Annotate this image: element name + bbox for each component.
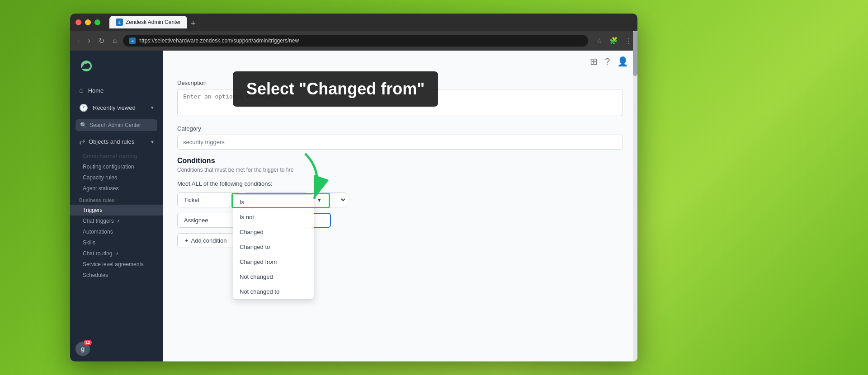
changed-from-label: Changed from (240, 258, 277, 265)
category-input[interactable] (177, 135, 623, 150)
address-bar-icons: ☆ 🧩 ⋮ (596, 37, 632, 45)
grid-icon[interactable]: ⊞ (590, 56, 598, 67)
dropdown-item-not-changed-to[interactable]: Not changed to (233, 284, 314, 299)
sidebar-item-skills[interactable]: Skills (70, 237, 163, 248)
top-bar: ⊞ ? 👤 (590, 56, 628, 67)
main-scrollbar[interactable] (633, 51, 637, 361)
operator-dropdown[interactable]: Is Is not Changed Changed to Changed fro… (233, 194, 314, 300)
condition-1-object-select[interactable]: Ticket (177, 192, 241, 207)
help-icon[interactable]: ? (605, 56, 610, 67)
schedules-label: Schedules (83, 272, 108, 278)
business-rules-label: Business rules (79, 197, 114, 203)
avatar-letter: g (81, 345, 85, 352)
chat-triggers-label: Chat triggers (83, 218, 114, 224)
category-label: Category (177, 125, 623, 132)
clock-icon: 🕐 (79, 103, 88, 112)
tab-title: Zendesk Admin Center (126, 19, 181, 25)
conditions-subtitle: Conditions that must be met for the trig… (177, 167, 623, 173)
notification-badge: 12 (84, 340, 92, 345)
sidebar-item-schedules[interactable]: Schedules (70, 270, 163, 281)
not-changed-to-label: Not changed to (240, 288, 279, 295)
business-rules-header: Business rules (70, 194, 163, 205)
maximize-button[interactable] (94, 19, 100, 25)
routing-config-label: Routing configuration (83, 164, 134, 170)
dropdown-item-is[interactable]: Is (233, 195, 314, 210)
chevron-recently-viewed-icon: ▾ (151, 105, 154, 111)
browser-window: Z Zendesk Admin Center + ‹ › ↻ ⌂ Z https… (70, 14, 637, 361)
sidebar-item-triggers[interactable]: Triggers (70, 205, 163, 216)
search-placeholder: Search Admin Center (90, 122, 141, 128)
minimize-button[interactable] (85, 19, 91, 25)
sidebar-item-chat-routing[interactable]: Chat routing ↗ (70, 248, 163, 259)
dropdown-item-changed-to[interactable]: Changed to (233, 239, 314, 254)
sidebar-logo (70, 51, 163, 82)
active-tab[interactable]: Z Zendesk Admin Center (109, 16, 187, 28)
conditions-title: Conditions (177, 157, 623, 165)
forward-button[interactable]: › (86, 35, 92, 47)
home-button[interactable]: ⌂ (111, 35, 119, 47)
dropdown-item-changed[interactable]: Changed (233, 225, 314, 239)
annotation-text: Select "Changed from" (246, 80, 425, 98)
sidebar-item-automations[interactable]: Automations (70, 226, 163, 237)
sidebar-item-agent-statuses[interactable]: Agent statuses (70, 183, 163, 194)
triggers-label: Triggers (83, 207, 103, 213)
chat-routing-label: Chat routing (83, 250, 112, 257)
capacity-rules-label: Capacity rules (83, 174, 117, 181)
dropdown-item-is-not[interactable]: Is not (233, 210, 314, 225)
sidebar-search-box[interactable]: 🔍 Search Admin Center (75, 119, 157, 131)
sidebar: ⌂ Home 🕐 Recently viewed ▾ 🔍 Search Admi… (70, 51, 163, 361)
avatar[interactable]: g 12 (75, 342, 90, 356)
user-icon[interactable]: 👤 (617, 56, 628, 67)
external-link-icon: ↗ (116, 219, 120, 224)
sidebar-item-objects-rules[interactable]: ⇄ Objects and rules ▾ (70, 134, 163, 150)
chevron-objects-rules-icon: ▾ (151, 139, 154, 145)
changed-label: Changed (240, 229, 264, 235)
chat-routing-external-icon: ↗ (115, 251, 118, 256)
address-bar: ‹ › ↻ ⌂ Z https://selectivehardware.zend… (70, 31, 637, 51)
back-button[interactable]: ‹ (75, 35, 81, 47)
sidebar-item-home[interactable]: ⌂ Home (70, 82, 163, 99)
objects-rules-label: Objects and rules (89, 138, 134, 145)
close-button[interactable] (75, 19, 81, 25)
condition-2-object-select[interactable]: Assignee (177, 213, 241, 228)
meet-all-label: Meet ALL of the following conditions: (177, 180, 623, 187)
sidebar-item-chat-triggers[interactable]: Chat triggers ↗ (70, 216, 163, 226)
category-section: Category (177, 125, 623, 157)
sidebar-bottom: g 12 (70, 336, 163, 361)
conditions-section: Conditions Conditions that must be met f… (177, 157, 623, 173)
scrollbar-thumb[interactable] (633, 51, 637, 76)
is-label: Is (240, 199, 244, 206)
recently-viewed-label: Recently viewed (93, 104, 136, 111)
url-favicon: Z (129, 38, 136, 44)
automations-label: Automations (83, 229, 113, 235)
sidebar-item-routing-config[interactable]: Routing configuration (70, 161, 163, 172)
sidebar-item-recently-viewed[interactable]: 🕐 Recently viewed ▾ (70, 99, 163, 117)
add-condition-label: Add condition (191, 237, 227, 244)
new-tab-button[interactable]: + (191, 19, 196, 28)
bookmark-icon[interactable]: ☆ (596, 37, 602, 45)
menu-icon[interactable]: ⋮ (625, 37, 632, 45)
extensions-icon[interactable]: 🧩 (609, 37, 618, 45)
sidebar-item-capacity-rules[interactable]: Capacity rules (70, 172, 163, 183)
omnichannel-routing-label: Omnichannel routing (83, 153, 137, 159)
objects-rules-icon: ⇄ (79, 137, 85, 146)
condition-1-value-select[interactable]: ▾ (311, 192, 347, 207)
home-icon: ⌂ (79, 86, 84, 94)
dropdown-item-not-changed[interactable]: Not changed (233, 269, 314, 284)
annotation-tooltip: Select "Changed from" (233, 71, 438, 107)
sidebar-item-sla[interactable]: Service level agreements (70, 259, 163, 270)
add-condition-button[interactable]: + Add condition (177, 233, 234, 248)
not-changed-label: Not changed (240, 273, 273, 280)
changed-to-label: Changed to (240, 244, 270, 250)
browser-titlebar: Z Zendesk Admin Center + (70, 14, 637, 31)
tab-bar: Z Zendesk Admin Center + (109, 16, 196, 28)
url-bar[interactable]: Z https://selectivehardware.zendesk.com/… (123, 35, 588, 47)
skills-label: Skills (83, 239, 95, 246)
omnichannel-routing-header: Omnichannel routing (70, 150, 163, 161)
plus-icon: + (185, 237, 189, 244)
dropdown-item-changed-from[interactable]: Changed from (233, 254, 314, 269)
search-icon: 🔍 (80, 122, 87, 128)
refresh-button[interactable]: ↻ (97, 35, 106, 47)
tab-favicon: Z (116, 19, 123, 26)
sla-label: Service level agreements (83, 261, 144, 267)
